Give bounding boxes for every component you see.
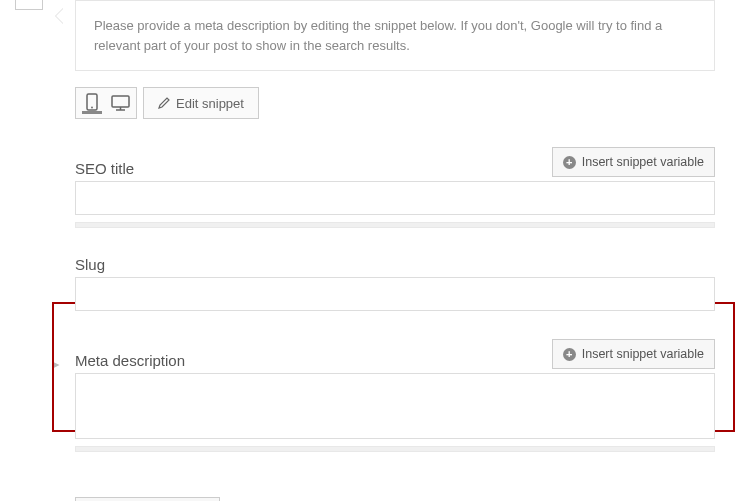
- edit-snippet-button[interactable]: Edit snippet: [143, 87, 259, 119]
- plus-icon: +: [563, 348, 576, 361]
- desktop-icon[interactable]: [110, 92, 130, 114]
- seo-title-input[interactable]: [75, 181, 715, 215]
- meta-description-label: Meta description: [75, 352, 185, 369]
- slug-section: Slug: [75, 256, 715, 311]
- svg-point-1: [91, 106, 93, 108]
- side-arrow-icon: ▸: [52, 355, 60, 373]
- close-snippet-editor-button[interactable]: Close snippet editor: [75, 497, 220, 501]
- pencil-icon: [158, 97, 170, 109]
- view-toggle-row: Edit snippet: [75, 87, 715, 119]
- mobile-icon[interactable]: [82, 92, 102, 114]
- plus-icon: +: [563, 156, 576, 169]
- seo-title-progress: [75, 222, 715, 228]
- slug-label: Slug: [75, 256, 105, 273]
- insert-variable-meta-description[interactable]: + Insert snippet variable: [552, 339, 715, 369]
- gear-icon-box: [15, 0, 43, 10]
- device-toggle[interactable]: [75, 87, 137, 119]
- hint-text: Please provide a meta description by edi…: [75, 0, 715, 71]
- slug-input[interactable]: [75, 277, 715, 311]
- insert-variable-label: Insert snippet variable: [582, 347, 704, 361]
- meta-description-section: Meta description + Insert snippet variab…: [75, 339, 715, 452]
- svg-rect-2: [112, 96, 129, 107]
- meta-description-input[interactable]: [75, 373, 715, 439]
- seo-title-label: SEO title: [75, 160, 134, 177]
- edit-snippet-label: Edit snippet: [176, 96, 244, 111]
- callout-arrow: [55, 8, 63, 24]
- insert-variable-label: Insert snippet variable: [582, 155, 704, 169]
- meta-description-progress: [75, 446, 715, 452]
- insert-variable-seo-title[interactable]: + Insert snippet variable: [552, 147, 715, 177]
- seo-title-section: SEO title + Insert snippet variable: [75, 147, 715, 228]
